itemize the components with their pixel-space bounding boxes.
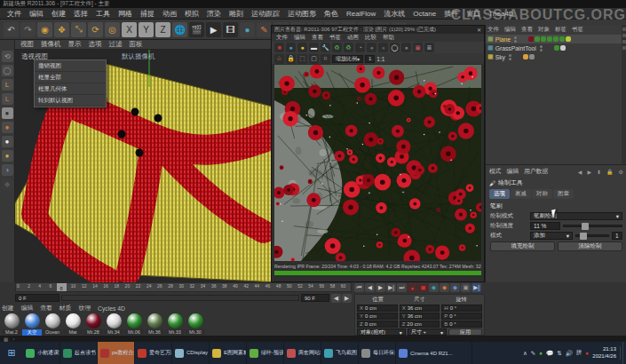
- timeline-range-track[interactable]: [61, 295, 299, 301]
- menu-item-创建[interactable]: 创建: [52, 9, 66, 19]
- zoom-value-field[interactable]: 1: [365, 55, 375, 63]
- tab-选项[interactable]: 选项: [489, 189, 510, 199]
- attr-header-icon[interactable]: 🔒: [606, 169, 614, 175]
- coords-field[interactable]: Y0 cm: [357, 313, 398, 320]
- paint-icon[interactable]: ✎: [257, 22, 272, 37]
- tag-icon[interactable]: [560, 45, 566, 51]
- enable-axis-icon[interactable]: ●: [2, 150, 13, 162]
- pv-menu-编辑[interactable]: 编辑: [294, 34, 305, 42]
- coords-field[interactable]: Z0 cm: [357, 320, 398, 328]
- mode-mini-slider[interactable]: [575, 234, 609, 237]
- autokey-button[interactable]: ◼: [418, 283, 428, 292]
- taskbar-item[interactable]: 每日环保壁纸: [359, 342, 396, 364]
- om-menu-编辑[interactable]: 编辑: [504, 26, 516, 34]
- taskbar-item[interactable]: CDisplay 图像...: [172, 342, 210, 364]
- viewport-menu-选项[interactable]: 选项: [89, 40, 102, 49]
- sky-object-icon[interactable]: ●: [240, 22, 255, 37]
- nav-teal-icon[interactable]: ●: [286, 43, 296, 52]
- material-天空[interactable]: 天空: [22, 313, 42, 336]
- history-icon[interactable]: ◔: [355, 43, 365, 52]
- taskbar-item[interactable]: Cinema 4D R21...: [396, 342, 472, 364]
- attr-header-icon[interactable]: ⬍: [597, 169, 601, 175]
- strength-slider[interactable]: [563, 225, 622, 227]
- paint-mode-select[interactable]: 笔刷绘制▾: [530, 212, 622, 220]
- move-tool-icon[interactable]: ✥: [54, 22, 69, 37]
- axis-y-button[interactable]: Y: [139, 22, 154, 37]
- material-Mt.28[interactable]: Mt.28: [83, 313, 103, 336]
- visibility-dots[interactable]: [509, 54, 511, 60]
- record-button[interactable]: ●: [408, 283, 417, 292]
- material-Mt.06[interactable]: Mt.06: [124, 313, 144, 336]
- render-view-icon[interactable]: 🎬: [189, 22, 204, 37]
- taskbar-item[interactable]: 小鹅通课堂直...: [23, 342, 60, 364]
- lock-icon[interactable]: 🔒: [286, 54, 296, 64]
- coords-field[interactable]: X36 cm: [400, 305, 440, 312]
- attr-header-编辑[interactable]: 编辑: [507, 167, 519, 176]
- menu-item-运动图形[interactable]: 运动图形: [288, 9, 316, 19]
- workplane-icon[interactable]: L: [2, 93, 13, 105]
- menu-item-运动跟踪[interactable]: 运动跟踪: [251, 9, 280, 19]
- viewport-menu-面板[interactable]: 面板: [130, 40, 143, 49]
- goto-start-button[interactable]: ⏮: [354, 283, 364, 292]
- taskbar-item[interactable]: 两套网站精选...: [284, 342, 321, 364]
- attr-header-icon[interactable]: ⚙: [619, 169, 623, 175]
- star-icon[interactable]: ☆: [274, 54, 284, 64]
- circle-icon[interactable]: ◯: [390, 43, 400, 52]
- axis-z-button[interactable]: Z: [155, 22, 170, 37]
- viewport-menu-过滤[interactable]: 过滤: [109, 40, 123, 49]
- coords-field[interactable]: B0 °: [441, 320, 482, 328]
- coords-field[interactable]: Z20 cm: [400, 320, 440, 328]
- strength-slider-handle[interactable]: [582, 223, 589, 230]
- polygons-mode-icon[interactable]: ●: [2, 136, 13, 147]
- viewport-menu-摄像机[interactable]: 摄像机: [41, 40, 61, 49]
- tag-icon[interactable]: [547, 36, 552, 42]
- om-menu-对象[interactable]: 对象: [538, 26, 550, 34]
- tag-icon[interactable]: [523, 54, 528, 59]
- attr-header-icon[interactable]: ▶: [587, 169, 591, 175]
- context-menu-item[interactable]: 框显全部: [35, 72, 106, 83]
- live-selection-icon[interactable]: ◉: [37, 22, 52, 37]
- pv-menu-书签[interactable]: 书签: [329, 34, 341, 42]
- key-rot-button[interactable]: ◆: [450, 283, 460, 292]
- menu-item-选择[interactable]: 选择: [74, 9, 88, 19]
- taskbar-item[interactable]: 绿叶-预设包: [247, 342, 284, 364]
- redo-icon[interactable]: ↷: [20, 22, 36, 37]
- menu-item-RealFlow[interactable]: RealFlow: [346, 10, 376, 18]
- menu-item-文件[interactable]: 文件: [7, 9, 21, 19]
- material-menu-材质[interactable]: 材质: [59, 304, 72, 313]
- pv-menu-帮助[interactable]: 帮助: [383, 34, 394, 42]
- show-desktop-button[interactable]: [622, 342, 626, 364]
- material-Ocean[interactable]: Ocean: [43, 313, 62, 336]
- pv-menu-文件[interactable]: 文件: [276, 34, 288, 42]
- timeline-current-frame[interactable]: 8: [57, 283, 67, 292]
- material-Mat.2[interactable]: Mat.2: [2, 313, 21, 336]
- coords-field[interactable]: P0 °: [441, 313, 482, 320]
- material-menu-编辑[interactable]: 编辑: [21, 304, 34, 313]
- pv-menu-动画[interactable]: 动画: [347, 34, 359, 42]
- last-tool-icon[interactable]: ◎: [105, 22, 120, 37]
- om-menu-文件[interactable]: 文件: [487, 26, 499, 34]
- material-menu-Cycles 4D[interactable]: Cycles 4D: [98, 305, 125, 312]
- ball-b-icon[interactable]: ●: [378, 43, 388, 52]
- region-icon[interactable]: ⌗: [321, 54, 330, 64]
- tray-chat-icon[interactable]: 💬: [546, 350, 553, 357]
- visibility-dots[interactable]: [514, 36, 517, 43]
- points-mode-icon[interactable]: ●: [2, 107, 13, 119]
- tag-icon[interactable]: [541, 36, 546, 42]
- material-Mt.30[interactable]: Mt.30: [186, 313, 205, 336]
- tag-icon[interactable]: [554, 45, 559, 51]
- nav-red-icon[interactable]: ■: [274, 43, 284, 52]
- om-menu-书签[interactable]: 书签: [572, 26, 583, 34]
- menu-item-角色[interactable]: 角色: [324, 9, 338, 19]
- tag-icon[interactable]: [529, 54, 535, 59]
- menu-item-流水线[interactable]: 流水线: [384, 9, 405, 19]
- rotate-tool-icon[interactable]: ⟳: [88, 22, 103, 37]
- taskbar-item[interactable]: 飞鸟截图 100%...: [321, 342, 359, 364]
- fill-icon[interactable]: ▢: [309, 54, 319, 64]
- context-menu-item[interactable]: 撤销视图: [35, 60, 106, 72]
- material-menu-创建[interactable]: 创建: [2, 304, 14, 313]
- timeline-start-field[interactable]: 0 F: [15, 294, 59, 302]
- strength-field[interactable]: 11 %: [530, 222, 560, 230]
- context-menu-item[interactable]: 框显几何体: [35, 83, 106, 95]
- play-sound-button[interactable]: ▶|: [471, 283, 481, 292]
